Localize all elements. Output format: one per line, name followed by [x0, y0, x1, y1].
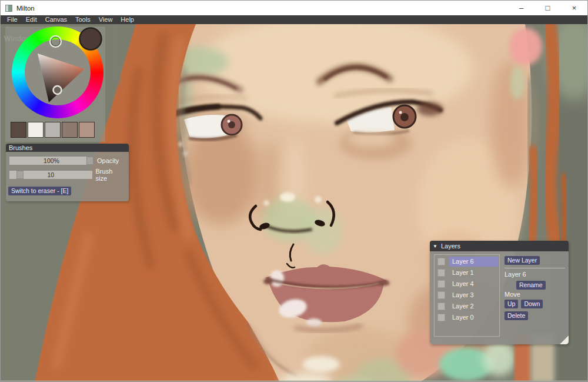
- brush-size-slider-handle[interactable]: [16, 171, 24, 179]
- collapse-triangle-icon[interactable]: ▼: [433, 244, 437, 249]
- layers-panel: ▼ Layers Layer 6Layer 1Layer 4Layer 3Lay…: [430, 241, 569, 344]
- color-swatch-4[interactable]: [62, 122, 78, 138]
- layer-row-layer-4[interactable]: Layer 4: [435, 278, 499, 290]
- sv-selector[interactable]: [54, 86, 62, 94]
- delete-layer-button[interactable]: Delete: [505, 311, 528, 320]
- menu-item-tools[interactable]: Tools: [71, 15, 95, 24]
- layer-row-layer-6[interactable]: Layer 6: [435, 256, 499, 267]
- layers-panel-body: Layer 6Layer 1Layer 4Layer 3Layer 2Layer…: [430, 251, 569, 344]
- divider: [505, 268, 565, 268]
- swatch-row: [11, 122, 95, 138]
- hue-selector[interactable]: [49, 35, 62, 48]
- layer-name-label: Layer 4: [449, 279, 499, 289]
- titlebar[interactable]: Milton – □ ×: [1, 1, 587, 15]
- switch-to-eraser-button[interactable]: Switch to eraser - [E]: [8, 187, 71, 195]
- app-icon: [5, 5, 12, 12]
- rename-button[interactable]: Rename: [516, 281, 546, 290]
- menu-item-edit[interactable]: Edit: [22, 15, 41, 24]
- close-button[interactable]: ×: [561, 1, 587, 15]
- layer-row-layer-3[interactable]: Layer 3: [435, 290, 499, 301]
- menubar: FileEditCanvasToolsViewHelp: [1, 15, 587, 24]
- opacity-slider[interactable]: 100%: [9, 157, 93, 165]
- color-picker-widget[interactable]: [5, 26, 105, 142]
- sv-triangle[interactable]: [38, 54, 85, 102]
- app-window: Milton – □ × FileEditCanvasToolsViewHelp: [0, 0, 588, 382]
- layer-list: Layer 6Layer 1Layer 4Layer 3Layer 2Layer…: [434, 254, 500, 337]
- layers-panel-title: Layers: [441, 243, 460, 250]
- brushes-panel: Brushes 100% Opacity 10 Brush size Switc…: [6, 144, 129, 201]
- maximize-button[interactable]: □: [534, 1, 561, 15]
- opacity-slider-handle[interactable]: [86, 157, 93, 165]
- opacity-value: 100%: [44, 157, 59, 164]
- layer-visibility-checkbox[interactable]: [437, 258, 445, 265]
- current-color-swatch: [80, 28, 102, 50]
- move-label: Move: [505, 291, 566, 298]
- layers-controls: New Layer Layer 6 Rename Move Up Down De…: [505, 254, 566, 320]
- color-swatch-5[interactable]: [79, 122, 95, 138]
- color-swatch-3[interactable]: [45, 122, 61, 138]
- menu-item-help[interactable]: Help: [116, 15, 138, 24]
- brush-size-value: 10: [47, 171, 54, 178]
- menu-item-file[interactable]: File: [3, 15, 22, 24]
- brush-size-label: Brush size: [96, 168, 125, 182]
- layer-row-layer-2[interactable]: Layer 2: [435, 301, 499, 312]
- menu-item-view[interactable]: View: [95, 15, 117, 24]
- new-layer-button[interactable]: New Layer: [505, 256, 540, 265]
- layer-visibility-checkbox[interactable]: [437, 280, 445, 288]
- selected-layer-name: Layer 6: [505, 271, 566, 278]
- layer-row-layer-1[interactable]: Layer 1: [435, 267, 499, 278]
- layer-row-layer-0[interactable]: Layer 0: [435, 312, 499, 323]
- layer-visibility-checkbox[interactable]: [437, 291, 445, 299]
- layer-name-label: Layer 0: [449, 313, 499, 323]
- brushes-panel-title: Brushes: [9, 144, 32, 151]
- move-down-button[interactable]: Down: [521, 300, 543, 308]
- layer-name-label: Layer 6: [449, 257, 499, 267]
- layer-visibility-checkbox[interactable]: [437, 303, 445, 310]
- color-swatch-1[interactable]: [11, 122, 26, 138]
- move-up-button[interactable]: Up: [505, 300, 518, 308]
- layer-visibility-checkbox[interactable]: [437, 269, 445, 277]
- color-swatch-2[interactable]: [28, 122, 44, 138]
- brushes-panel-body: 100% Opacity 10 Brush size Switch to era…: [6, 152, 129, 201]
- window-title: Milton: [16, 5, 35, 12]
- layer-visibility-checkbox[interactable]: [437, 314, 445, 321]
- minimize-button[interactable]: –: [508, 1, 534, 15]
- opacity-label: Opacity: [97, 157, 119, 164]
- layer-name-label: Layer 2: [449, 301, 499, 311]
- layer-name-label: Layer 1: [449, 268, 499, 278]
- layer-name-label: Layer 3: [449, 290, 499, 300]
- resize-grip[interactable]: [560, 336, 569, 344]
- window-controls: – □ ×: [508, 1, 587, 15]
- menu-item-canvas[interactable]: Canvas: [41, 15, 71, 24]
- brush-size-slider[interactable]: 10: [9, 171, 92, 179]
- brushes-panel-titlebar[interactable]: Brushes: [6, 144, 129, 152]
- layers-panel-titlebar[interactable]: ▼ Layers: [430, 241, 569, 251]
